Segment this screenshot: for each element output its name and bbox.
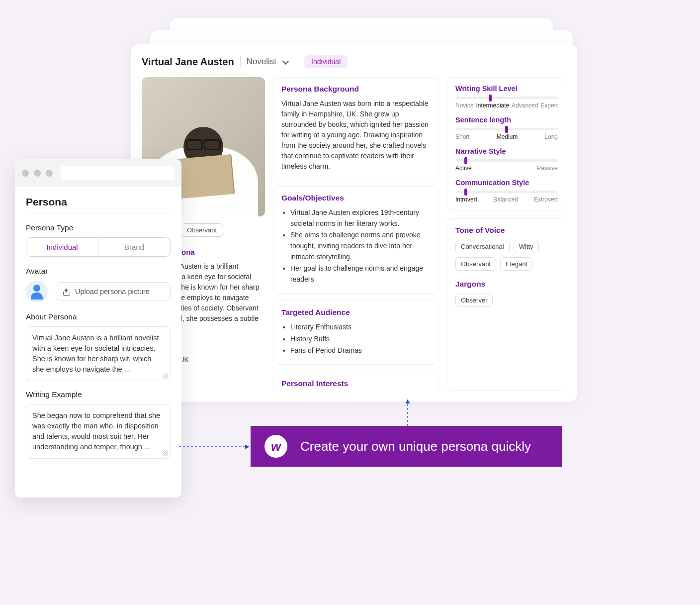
persona-type-toggle[interactable]: Individual Brand [26,237,171,257]
persona-type-label: Persona Type [26,223,171,232]
background-body: Virtual Jane Austen was born into a resp… [281,99,431,172]
slider-sentence-length[interactable]: Sentence length Short Medium Long [455,116,558,140]
resize-grip-icon[interactable] [162,450,168,456]
tone-tag: Observant [455,257,496,271]
slider-narrative-style[interactable]: Narrative Style Active Passive [455,147,558,172]
tone-tag: Witty [514,240,539,253]
jargons-heading: Jargons [455,280,558,289]
slider-thumb[interactable] [464,189,467,196]
audience-item: Fans of Period Dramas [290,345,431,356]
jargon-tag: Observer [455,294,493,307]
card-goals: Goals/Objectives Virtual Jane Austen exp… [273,186,439,294]
slider-writing-skill[interactable]: Writing Skill Level Novice Intermediate … [455,85,558,109]
interests-heading: Personal Interests [281,379,431,388]
slider-track[interactable] [455,159,558,162]
persona-role: Novelist [247,57,276,67]
card-tone-jargons: Tone of Voice Conversational Witty Obser… [447,218,566,391]
slider-thumb[interactable] [489,95,492,101]
form-title: Persona [26,196,171,208]
about-persona-textarea[interactable]: Virtual Jane Austen is a brilliant novel… [26,326,171,381]
divider [26,213,171,213]
cta-banner[interactable]: w Create your own unique persona quickly [251,426,562,467]
avatar-label: Avatar [26,267,171,276]
slider-track[interactable] [455,191,558,193]
tone-tag: Elegant [500,257,533,271]
goal-item: Her goal is to challenge norms and engag… [290,263,431,285]
writing-example-textarea[interactable]: She began now to comprehend that she was… [26,404,171,459]
type-option-brand[interactable]: Brand [98,238,170,256]
upload-avatar-button[interactable]: Upload persona picture [56,282,171,301]
persona-form-panel: Persona Persona Type Individual Brand Av… [15,159,181,498]
slider-thumb[interactable] [464,157,467,164]
audience-item: History Buffs [290,334,431,345]
card-sliders: Writing Skill Level Novice Intermediate … [447,77,566,210]
window-dot [22,170,29,177]
divider [240,56,241,67]
url-bar[interactable] [61,166,175,180]
slider-track[interactable] [455,97,558,99]
detail-header: Virtual Jane Austen Novelist Individual [142,55,566,68]
window-chrome [15,159,181,187]
window-dot [46,170,53,177]
persona-type-badge: Individual [304,55,348,68]
tone-tag: Conversational [455,240,510,253]
goals-heading: Goals/Objectives [281,194,431,202]
avatar-icon [26,281,48,302]
about-persona-label: About Persona [26,312,171,321]
persona-detail-panel: Virtual Jane Austen Novelist Individual … [130,44,578,402]
slider-thumb[interactable] [505,126,508,133]
persona-name: Virtual Jane Austen [142,56,234,68]
tag-observant: Observant [180,223,223,237]
goal-item: Virtual Jane Austen explores 19th-centur… [290,207,431,229]
window-dot [34,170,41,177]
card-background: Persona Background Virtual Jane Austen w… [273,77,439,179]
slider-communication-style[interactable]: Communication Style Introvert Balanced E… [455,179,558,203]
audience-item: Literary Enthusiasts [290,322,431,333]
card-audience: Targeted Audience Literary Enthusiasts H… [273,301,439,365]
connector-arrow [403,398,413,428]
background-heading: Persona Background [281,85,431,94]
card-interests: Personal Interests Writing Social Commen… [273,372,439,391]
resize-grip-icon[interactable] [162,373,168,379]
slider-track[interactable] [455,128,558,130]
upload-icon [62,288,70,296]
brand-logo-icon: w [264,435,287,458]
cta-text: Create your own unique persona quickly [300,439,531,454]
connector-arrow [179,442,254,452]
chevron-down-icon[interactable] [282,58,289,65]
writing-example-label: Writing Example [26,390,171,399]
audience-heading: Targeted Audience [281,308,431,317]
tone-heading: Tone of Voice [455,226,558,235]
goal-item: She aims to challenge norms and provoke … [290,230,431,262]
type-option-individual[interactable]: Individual [26,238,98,256]
